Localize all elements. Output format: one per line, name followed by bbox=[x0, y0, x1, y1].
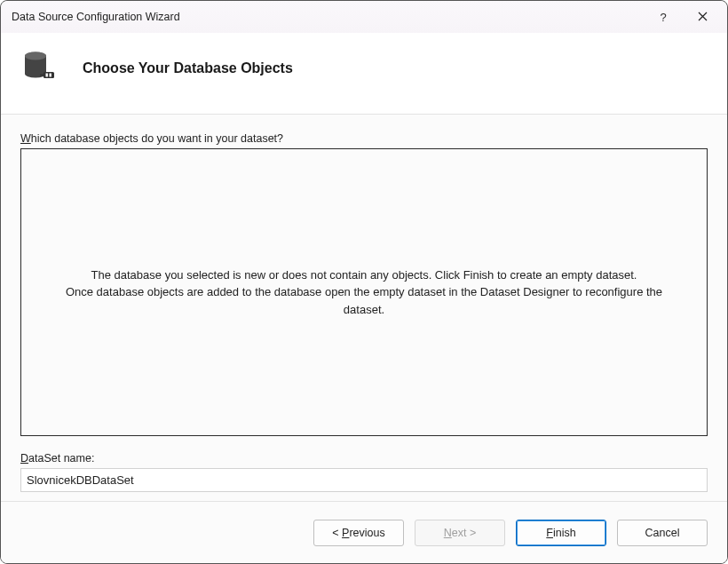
objects-listbox[interactable]: The database you selected is new or does… bbox=[20, 148, 708, 436]
svg-rect-4 bbox=[46, 74, 48, 77]
cancel-button[interactable]: Cancel bbox=[617, 520, 708, 546]
wizard-header: Choose Your Database Objects bbox=[1, 33, 727, 115]
dataset-name-label: DataSet name: bbox=[20, 452, 708, 465]
wizard-content: Which database objects do you want in yo… bbox=[1, 115, 727, 501]
close-button[interactable] bbox=[683, 4, 722, 30]
svg-point-1 bbox=[25, 52, 46, 60]
help-button[interactable]: ? bbox=[644, 4, 683, 30]
titlebar: Data Source Configuration Wizard ? bbox=[1, 1, 727, 33]
svg-rect-5 bbox=[50, 74, 51, 77]
dataset-name-input[interactable] bbox=[20, 468, 708, 492]
window-title: Data Source Configuration Wizard bbox=[12, 11, 644, 23]
objects-prompt-label: Which database objects do you want in yo… bbox=[20, 132, 708, 145]
finish-button[interactable]: Finish bbox=[516, 520, 606, 546]
wizard-footer: < Previous Next > Finish Cancel bbox=[1, 501, 727, 563]
page-title: Choose Your Database Objects bbox=[83, 60, 293, 76]
database-icon bbox=[20, 47, 59, 89]
svg-rect-2 bbox=[44, 72, 54, 78]
empty-dataset-message: The database you selected is new or does… bbox=[57, 266, 671, 319]
next-button: Next > bbox=[415, 520, 505, 546]
svg-rect-3 bbox=[40, 75, 44, 76]
help-icon: ? bbox=[660, 11, 666, 24]
previous-button[interactable]: < Previous bbox=[313, 520, 404, 546]
close-icon bbox=[698, 11, 708, 24]
